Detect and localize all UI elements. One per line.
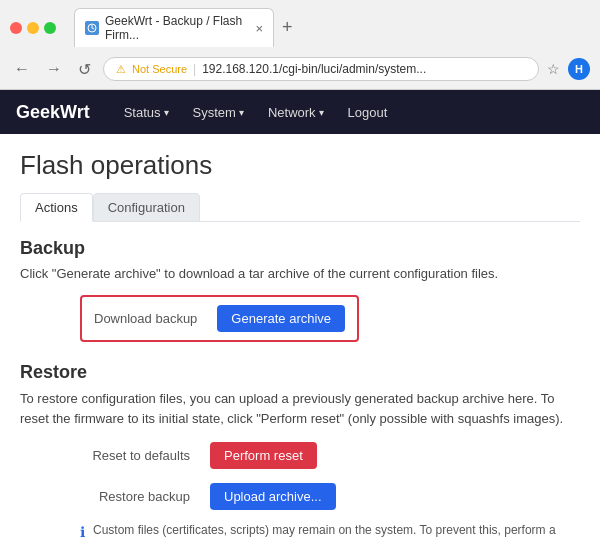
browser-titlebar: GeekWrt - Backup / Flash Firm... × + — [0, 0, 600, 53]
tabs-bar: Actions Configuration — [20, 193, 580, 222]
reload-button[interactable]: ↺ — [74, 58, 95, 81]
nav-system-label: System — [193, 105, 236, 120]
bookmark-button[interactable]: ☆ — [547, 61, 560, 77]
restore-backup-label: Restore backup — [80, 489, 190, 504]
backup-description: Click "Generate archive" to download a t… — [20, 265, 580, 283]
tab-favicon — [85, 21, 99, 35]
new-tab-button[interactable]: + — [282, 17, 293, 38]
restore-section: Restore To restore configuration files, … — [20, 362, 580, 540]
upload-archive-button[interactable]: Upload archive... — [210, 483, 336, 510]
page-title: Flash operations — [20, 150, 580, 181]
url-text: 192.168.120.1/cgi-bin/luci/admin/system.… — [202, 62, 426, 76]
nav-item-network[interactable]: Network ▾ — [258, 97, 334, 128]
tab-title: GeekWrt - Backup / Flash Firm... — [105, 14, 245, 42]
not-secure-label: Not Secure — [132, 63, 187, 75]
site-nav: GeekWrt Status ▾ System ▾ Network ▾ Logo… — [0, 90, 600, 134]
nav-status-label: Status — [124, 105, 161, 120]
maximize-dot[interactable] — [44, 22, 56, 34]
nav-status-caret: ▾ — [164, 107, 169, 118]
browser-tab[interactable]: GeekWrt - Backup / Flash Firm... × — [74, 8, 274, 47]
minimize-dot[interactable] — [27, 22, 39, 34]
backup-action-box: Download backup Generate archive — [80, 295, 359, 342]
restore-title: Restore — [20, 362, 580, 383]
restore-info-text: Custom files (certificates, scripts) may… — [93, 522, 580, 540]
back-button[interactable]: ← — [10, 58, 34, 80]
nav-item-status[interactable]: Status ▾ — [114, 97, 179, 128]
close-dot[interactable] — [10, 22, 22, 34]
nav-network-label: Network — [268, 105, 316, 120]
download-backup-label: Download backup — [94, 311, 197, 326]
nav-item-logout[interactable]: Logout — [338, 97, 398, 128]
tab-close-button[interactable]: × — [255, 21, 263, 36]
profile-button[interactable]: H — [568, 58, 590, 80]
info-icon: ℹ — [80, 523, 85, 540]
backup-section: Backup Click "Generate archive" to downl… — [20, 238, 580, 342]
backup-title: Backup — [20, 238, 580, 259]
perform-reset-button[interactable]: Perform reset — [210, 442, 317, 469]
tab-configuration[interactable]: Configuration — [93, 193, 200, 222]
address-bar[interactable]: ⚠ Not Secure | 192.168.120.1/cgi-bin/luc… — [103, 57, 539, 81]
browser-addressbar: ← → ↺ ⚠ Not Secure | 192.168.120.1/cgi-b… — [0, 53, 600, 89]
security-icon: ⚠ — [116, 63, 126, 76]
reset-defaults-label: Reset to defaults — [80, 448, 190, 463]
browser-dots — [10, 22, 56, 34]
nav-menu: Status ▾ System ▾ Network ▾ Logout — [114, 97, 398, 128]
reset-defaults-row: Reset to defaults Perform reset — [20, 440, 580, 471]
restore-backup-row: Restore backup Upload archive... — [20, 481, 580, 512]
restore-info-row: ℹ Custom files (certificates, scripts) m… — [20, 522, 580, 540]
nav-system-caret: ▾ — [239, 107, 244, 118]
browser-tab-bar: GeekWrt - Backup / Flash Firm... × + — [64, 8, 303, 47]
forward-button[interactable]: → — [42, 58, 66, 80]
generate-archive-button[interactable]: Generate archive — [217, 305, 345, 332]
browser-chrome: GeekWrt - Backup / Flash Firm... × + ← →… — [0, 0, 600, 90]
restore-description: To restore configuration files, you can … — [20, 389, 580, 428]
nav-network-caret: ▾ — [319, 107, 324, 118]
site-logo[interactable]: GeekWrt — [16, 102, 90, 123]
tab-actions[interactable]: Actions — [20, 193, 93, 222]
separator: | — [193, 62, 196, 76]
nav-item-system[interactable]: System ▾ — [183, 97, 254, 128]
page-content: Flash operations Actions Configuration B… — [0, 134, 600, 540]
